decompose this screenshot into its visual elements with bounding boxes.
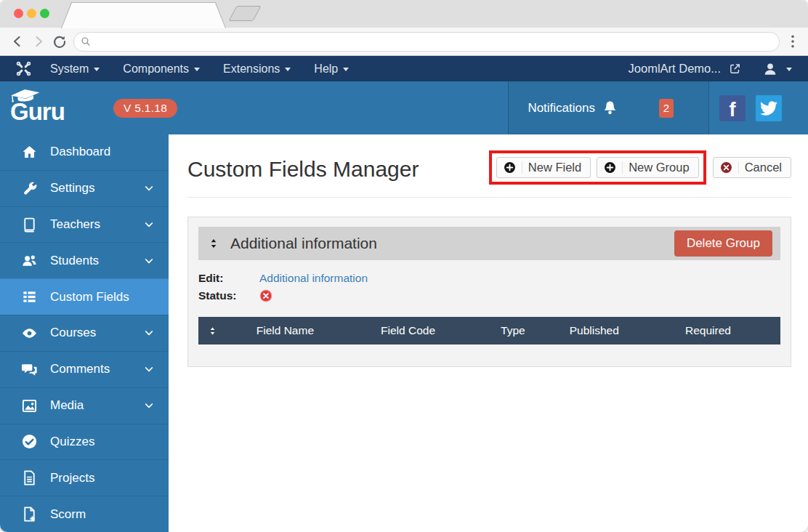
menu-components-label: Components (123, 63, 189, 76)
sidebar-item-label: Courses (50, 326, 96, 340)
new-tab-button[interactable] (228, 6, 261, 21)
comments-icon (21, 361, 38, 378)
chevron-down-icon (343, 68, 349, 71)
main-content: Custom Fields Manager New Field (169, 134, 808, 532)
maximize-window-button[interactable] (40, 9, 49, 18)
eye-icon (21, 325, 38, 342)
chevron-down-icon (143, 400, 155, 411)
menu-help-label: Help (314, 63, 338, 76)
status-label: Status: (198, 289, 259, 302)
group-panel: Additional information Delete Group Edit… (187, 217, 791, 367)
list-icon (21, 289, 38, 305)
sidebar-item-dashboard[interactable]: Dashboard (0, 134, 169, 170)
cancel-button[interactable]: Cancel (713, 157, 791, 178)
delete-group-button[interactable]: Delete Group (674, 230, 772, 257)
sidebar-item-media[interactable]: Media (0, 387, 169, 424)
close-window-button[interactable] (14, 9, 23, 18)
menu-system[interactable]: System (50, 63, 100, 76)
sidebar-item-students[interactable]: Students (0, 242, 169, 278)
page-title: Custom Fields Manager (187, 157, 419, 182)
chevron-down-icon (285, 68, 291, 71)
social-links: f (719, 81, 782, 134)
search-icon (81, 36, 91, 47)
wrench-icon (21, 180, 38, 197)
edit-group-link[interactable]: Additional information (259, 272, 368, 285)
forward-icon[interactable] (31, 34, 46, 49)
sidebar-item-teachers[interactable]: Teachers (0, 206, 169, 243)
browser-window: System Components Extensions Help JoomlA… (0, 0, 808, 532)
column-required[interactable]: Required (636, 324, 780, 337)
group-title: Additional information (230, 235, 377, 252)
toolbar: New Field New Group (489, 150, 791, 185)
fields-table-header: Field Name Field Code Type Published Req… (198, 317, 780, 344)
joomla-logo-icon[interactable] (16, 61, 31, 76)
sidebar-item-label: Scorm (50, 507, 86, 522)
sidebar-item-settings[interactable]: Settings (0, 170, 169, 206)
file-plus-icon (21, 506, 38, 523)
user-menu-chevron-icon[interactable] (786, 68, 792, 71)
chevron-down-icon (143, 182, 155, 194)
column-field-name[interactable]: Field Name (227, 324, 343, 337)
sidebar-item-custom-fields[interactable]: Custom Fields (0, 278, 169, 315)
new-field-label: New Field (528, 161, 581, 174)
minimize-window-button[interactable] (27, 9, 36, 18)
browser-title-bar (0, 0, 808, 28)
facebook-icon[interactable]: f (719, 95, 746, 121)
chevron-down-icon (94, 68, 100, 71)
sidebar-item-comments[interactable]: Comments (0, 351, 169, 387)
sidebar-item-label: Students (50, 254, 99, 268)
column-type[interactable]: Type (473, 324, 552, 337)
sort-handle-icon[interactable] (207, 237, 220, 250)
notifications-section[interactable]: Notifications 2 (508, 81, 709, 134)
sidebar-item-label: Media (50, 398, 84, 413)
plus-circle-icon (504, 161, 522, 174)
new-field-button[interactable]: New Field (496, 157, 591, 178)
status-unpublished-icon[interactable] (259, 289, 272, 302)
column-published[interactable]: Published (553, 324, 636, 337)
sidebar-item-label: Quizzes (50, 435, 94, 449)
sidebar-item-label: Dashboard (50, 145, 110, 159)
plus-circle-icon (604, 161, 623, 174)
browser-menu-icon[interactable] (786, 34, 799, 49)
address-bar[interactable] (73, 32, 780, 52)
sidebar-item-scorm[interactable]: Scorm (0, 496, 169, 532)
menu-extensions-label: Extensions (223, 63, 280, 76)
sidebar-item-label: Custom Fields (50, 290, 129, 305)
browser-tab[interactable] (62, 3, 225, 28)
browser-toolbar (0, 28, 808, 56)
menu-components[interactable]: Components (123, 63, 200, 76)
home-icon (21, 144, 38, 161)
annotation-highlight-box: New Field New Group (489, 150, 706, 185)
user-icon[interactable] (762, 61, 778, 77)
notifications-count-badge: 2 (659, 99, 674, 118)
bell-icon (602, 100, 618, 116)
notifications-label: Notifications (528, 101, 595, 116)
column-field-code[interactable]: Field Code (343, 324, 473, 337)
guru-logo[interactable]: Guru (10, 81, 92, 134)
group-panel-header: Additional information Delete Group (198, 227, 780, 260)
menu-extensions[interactable]: Extensions (223, 63, 291, 76)
x-circle-icon (720, 161, 739, 174)
sidebar-item-courses[interactable]: Courses (0, 315, 169, 351)
chevron-down-icon (143, 363, 155, 375)
admin-nav-right: JoomlArt Demo... (629, 61, 792, 77)
sidebar-item-quizzes[interactable]: Quizzes (0, 424, 169, 460)
guru-header: Guru V 5.1.18 Notifications 2 f (0, 81, 808, 134)
joomla-admin-navbar: System Components Extensions Help JoomlA… (0, 56, 808, 81)
check-circle-icon (21, 433, 38, 450)
external-link-icon (729, 63, 741, 75)
title-divider (187, 197, 791, 198)
sidebar-item-label: Teachers (50, 217, 100, 232)
twitter-icon[interactable] (756, 95, 782, 121)
sidebar-item-projects[interactable]: Projects (0, 459, 169, 496)
new-group-button[interactable]: New Group (597, 157, 698, 178)
back-icon[interactable] (10, 34, 25, 49)
sidebar-item-label: Projects (50, 471, 94, 485)
menu-help[interactable]: Help (314, 63, 349, 76)
edit-label: Edit: (198, 272, 259, 285)
reload-icon[interactable] (52, 34, 67, 49)
version-badge: V 5.1.18 (113, 99, 177, 118)
chevron-down-icon (194, 68, 200, 71)
site-preview-link[interactable]: JoomlArt Demo... (629, 62, 721, 76)
column-sort-icon[interactable] (198, 326, 227, 336)
